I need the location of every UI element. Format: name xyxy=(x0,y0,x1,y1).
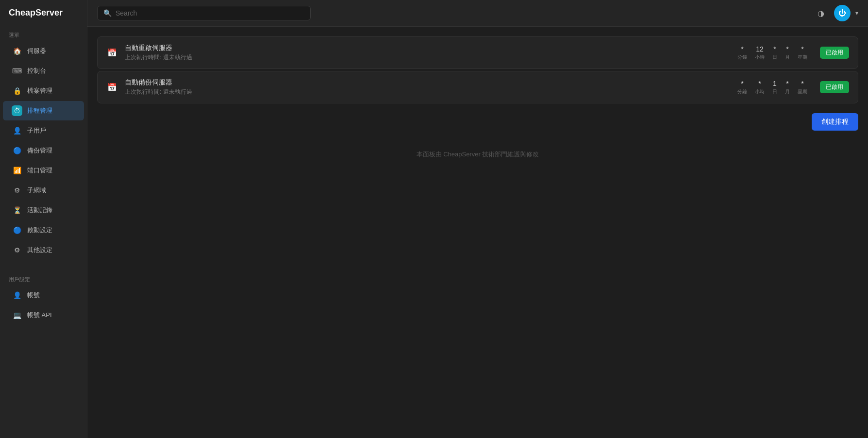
cron-calendar-icon: 📅 xyxy=(106,48,118,57)
sidebar-label-schedule: 排程管理 xyxy=(27,106,52,115)
cron-item-0[interactable]: 📅 自動重啟伺服器 上次執行時間: 還未執行過 * 分鐘 12 小時 * 日 * xyxy=(97,36,858,69)
sidebar-item-subuser[interactable]: 👤 子用戶 xyxy=(3,121,84,140)
cron-time-col: * 分鐘 xyxy=(737,80,747,95)
sidebar-label-backup: 備份管理 xyxy=(27,146,52,155)
cron-time-col: 12 小時 xyxy=(755,45,765,61)
sidebar-label-files: 檔案管理 xyxy=(27,86,52,95)
cron-time-col: * 月 xyxy=(785,45,790,61)
header-right: ◑ ⏻ ▾ xyxy=(813,5,858,21)
header: 🔍 ◑ ⏻ ▾ xyxy=(87,0,868,27)
cron-schedule: * 分鐘 12 小時 * 日 * 月 * 星期 xyxy=(737,45,807,61)
footer-note: 本面板由 CheapServer 技術部門維護與修改 xyxy=(97,150,858,159)
sidebar: CheapServer 選單 🏠 伺服器 ⌨ 控制台 🔒 檔案管理 ⏱ 排程管理… xyxy=(0,0,87,438)
user-section-label: 用戶設定 xyxy=(0,272,87,285)
sidebar-item-server[interactable]: 🏠 伺服器 xyxy=(3,41,84,61)
cron-name: 自動備份伺服器 xyxy=(125,78,731,87)
cron-time-val: * xyxy=(801,45,803,53)
cron-time-label: 月 xyxy=(785,54,790,61)
sidebar-item-startup[interactable]: 🔵 啟動設定 xyxy=(3,220,84,240)
sidebar-user: 👤 帳號 💻 帳號 API xyxy=(0,286,87,325)
sidebar-label-activity: 活動記錄 xyxy=(27,206,52,215)
cron-list: 📅 自動重啟伺服器 上次執行時間: 還未執行過 * 分鐘 12 小時 * 日 * xyxy=(97,36,858,103)
subuser-icon: 👤 xyxy=(12,125,22,136)
power-button[interactable]: ⏻ xyxy=(834,5,851,21)
cron-time-val: * xyxy=(758,80,761,87)
subdomain-icon: ⚙ xyxy=(12,185,22,196)
cron-time-label: 月 xyxy=(785,88,790,95)
sidebar-label-subuser: 子用戶 xyxy=(27,126,46,135)
user-dropdown[interactable]: ▾ xyxy=(855,10,858,17)
sidebar-item-files[interactable]: 🔒 檔案管理 xyxy=(3,81,84,101)
sidebar-label-api: 帳號 API xyxy=(27,311,52,320)
create-btn-row: 創建排程 xyxy=(97,113,858,131)
sidebar-label-otherset: 其他設定 xyxy=(27,246,52,254)
sidebar-item-activity[interactable]: ⏳ 活動記錄 xyxy=(3,201,84,220)
cron-time-label: 小時 xyxy=(755,88,765,95)
search-input[interactable] xyxy=(116,9,304,17)
cron-calendar-icon: 📅 xyxy=(106,83,118,92)
cron-time-label: 日 xyxy=(772,88,777,95)
backup-icon: 🔵 xyxy=(12,145,22,156)
cron-time-val: * xyxy=(773,45,776,53)
sidebar-menu: 🏠 伺服器 ⌨ 控制台 🔒 檔案管理 ⏱ 排程管理 👤 子用戶 🔵 備份管理 📶… xyxy=(0,41,87,260)
activity-icon: ⏳ xyxy=(12,205,22,216)
sidebar-item-account[interactable]: 👤 帳號 xyxy=(3,286,84,305)
cron-sub: 上次執行時間: 還未執行過 xyxy=(125,53,731,62)
create-schedule-button[interactable]: 創建排程 xyxy=(812,113,858,131)
cron-time-col: * 分鐘 xyxy=(737,45,747,61)
cron-time-val: 1 xyxy=(773,80,777,87)
cron-time-col: * 月 xyxy=(785,80,790,95)
sidebar-label-account: 帳號 xyxy=(27,291,40,300)
menu-section-label: 選單 xyxy=(0,28,87,41)
sidebar-item-ports[interactable]: 📶 端口管理 xyxy=(3,161,84,180)
cron-time-col: 1 日 xyxy=(772,80,777,95)
sidebar-label-startup: 啟動設定 xyxy=(27,226,52,235)
cron-time-col: * 小時 xyxy=(755,80,765,95)
cron-time-label: 分鐘 xyxy=(737,54,747,61)
cron-time-val: 12 xyxy=(756,45,764,53)
api-icon: 💻 xyxy=(12,310,22,320)
contrast-icon: ◑ xyxy=(818,9,824,18)
cron-time-col: * 星期 xyxy=(798,45,807,61)
account-icon: 👤 xyxy=(12,290,22,301)
sidebar-item-schedule[interactable]: ⏱ 排程管理 xyxy=(3,101,84,120)
theme-toggle-button[interactable]: ◑ xyxy=(813,5,829,21)
cron-time-val: * xyxy=(786,45,788,53)
cron-info: 自動重啟伺服器 上次執行時間: 還未執行過 xyxy=(125,44,731,62)
otherset-icon: ⚙ xyxy=(12,245,22,255)
sidebar-item-console[interactable]: ⌨ 控制台 xyxy=(3,61,84,81)
files-icon: 🔒 xyxy=(12,85,22,96)
cron-time-col: * 日 xyxy=(772,45,777,61)
sidebar-label-server: 伺服器 xyxy=(27,47,46,55)
sidebar-item-backup[interactable]: 🔵 備份管理 xyxy=(3,141,84,160)
cron-time-label: 日 xyxy=(772,54,777,61)
cron-item-1[interactable]: 📅 自動備份伺服器 上次執行時間: 還未執行過 * 分鐘 * 小時 1 日 * xyxy=(97,71,858,103)
cron-time-val: * xyxy=(741,80,743,87)
status-badge: 已啟用 xyxy=(820,47,849,59)
sidebar-item-otherset[interactable]: ⚙ 其他設定 xyxy=(3,240,84,260)
cron-time-label: 小時 xyxy=(755,54,765,61)
server-icon: 🏠 xyxy=(12,46,22,56)
ports-icon: 📶 xyxy=(12,165,22,176)
app-logo: CheapServer xyxy=(0,8,87,28)
cron-time-label: 分鐘 xyxy=(737,88,747,95)
cron-time-label: 星期 xyxy=(798,54,807,61)
cron-schedule: * 分鐘 * 小時 1 日 * 月 * 星期 xyxy=(737,80,807,95)
cron-time-val: * xyxy=(786,80,788,87)
status-badge: 已啟用 xyxy=(820,81,849,93)
cron-time-val: * xyxy=(741,45,743,53)
sidebar-item-subdomain[interactable]: ⚙ 子網域 xyxy=(3,181,84,200)
search-icon: 🔍 xyxy=(103,9,112,17)
console-icon: ⌨ xyxy=(12,66,22,76)
cron-time-val: * xyxy=(801,80,803,87)
power-icon: ⏻ xyxy=(838,9,846,17)
main-panel: 🔍 ◑ ⏻ ▾ 📅 自動重啟伺服器 上次執行時間: 還未執行過 * xyxy=(87,0,868,438)
content-area: 📅 自動重啟伺服器 上次執行時間: 還未執行過 * 分鐘 12 小時 * 日 * xyxy=(87,27,868,438)
cron-sub: 上次執行時間: 還未執行過 xyxy=(125,88,731,96)
sidebar-item-api[interactable]: 💻 帳號 API xyxy=(3,305,84,325)
search-box[interactable]: 🔍 xyxy=(97,6,311,20)
schedule-icon: ⏱ xyxy=(12,105,22,116)
sidebar-label-subdomain: 子網域 xyxy=(27,186,46,195)
chevron-down-icon: ▾ xyxy=(855,10,858,17)
cron-info: 自動備份伺服器 上次執行時間: 還未執行過 xyxy=(125,78,731,96)
